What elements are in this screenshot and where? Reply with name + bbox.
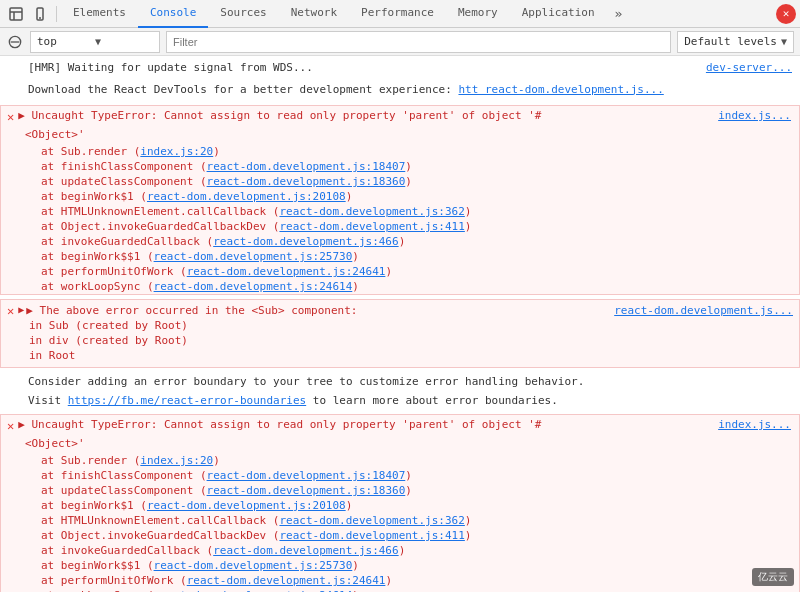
error-2-header: ✕ ▶ Uncaught TypeError: Cannot assign to…: [1, 415, 799, 436]
warn-stack-0: in Sub (created by Root): [7, 318, 793, 333]
stack-2-6-link[interactable]: react-dom.development.js:466: [213, 544, 398, 557]
error-1-icon: ✕: [7, 110, 14, 124]
devtools-line: Download the React DevTools for a better…: [0, 80, 800, 102]
visit-text: Visit https://fb.me/react-error-boundari…: [0, 391, 800, 410]
stack-2-8-link[interactable]: react-dom.development.js:24641: [187, 574, 386, 587]
tab-elements[interactable]: Elements: [61, 0, 138, 28]
close-devtools-button[interactable]: ✕: [776, 4, 796, 24]
stack-2-2-link[interactable]: react-dom.development.js:18360: [207, 484, 406, 497]
stack-1-5: at Object.invokeGuardedCallbackDev (reac…: [1, 219, 799, 234]
hmr-line: dev-server... [HMR] Waiting for update s…: [0, 58, 800, 80]
clear-console-icon[interactable]: [6, 33, 24, 51]
warn-1-source-link[interactable]: react-dom.development.js...: [614, 304, 793, 317]
tab-console[interactable]: Console: [138, 0, 208, 28]
stack-1-4: at HTMLUnknownElement.callCallback (reac…: [1, 204, 799, 219]
warn-stack-2: in Root: [7, 348, 793, 363]
stack-1-0-link[interactable]: index.js:20: [140, 145, 213, 158]
warn-1-icon: ✕: [7, 304, 14, 318]
inspect-icon[interactable]: [6, 4, 26, 24]
stack-1-7-link[interactable]: react-dom.development.js:25730: [154, 250, 353, 263]
watermark: 亿云云: [752, 568, 794, 586]
tab-sources[interactable]: Sources: [208, 0, 278, 28]
levels-arrow-icon: ▼: [781, 36, 787, 47]
warn-1-header: ✕ ▶ ▶ The above error occurred in the <S…: [7, 304, 793, 318]
stack-1-6-link[interactable]: react-dom.development.js:466: [213, 235, 398, 248]
stack-2-0-link[interactable]: index.js:20: [140, 454, 213, 467]
separator: [56, 6, 57, 22]
stack-2-5-link[interactable]: react-dom.development.js:411: [279, 529, 464, 542]
stack-1-8-link[interactable]: react-dom.development.js:24641: [187, 265, 386, 278]
stack-2-3-link[interactable]: react-dom.development.js:20108: [147, 499, 346, 512]
stack-1-2-link[interactable]: react-dom.development.js:18360: [207, 175, 406, 188]
stack-2-7-link[interactable]: react-dom.development.js:25730: [154, 559, 353, 572]
tab-bar: Elements Console Sources Network Perform…: [61, 0, 630, 28]
main-toolbar: Elements Console Sources Network Perform…: [0, 0, 800, 28]
tab-application[interactable]: Application: [510, 0, 607, 28]
console-output: dev-server... [HMR] Waiting for update s…: [0, 56, 800, 592]
stack-2-8: at performUnitOfWork (react-dom.developm…: [1, 573, 799, 588]
consider-text: Consider adding an error boundary to you…: [0, 372, 800, 391]
stack-2-1: at finishClassComponent (react-dom.devel…: [1, 468, 799, 483]
stack-2-3: at beginWork$1 (react-dom.development.js…: [1, 498, 799, 513]
stack-2-7: at beginWork$$1 (react-dom.development.j…: [1, 558, 799, 573]
error-1-header: ✕ ▶ Uncaught TypeError: Cannot assign to…: [1, 106, 799, 127]
tab-network[interactable]: Network: [279, 0, 349, 28]
stack-1-5-link[interactable]: react-dom.development.js:411: [279, 220, 464, 233]
stack-2-1-link[interactable]: react-dom.development.js:18407: [207, 469, 406, 482]
svg-rect-0: [10, 8, 22, 20]
stack-2-0: at Sub.render (index.js:20): [1, 453, 799, 468]
secondary-toolbar: top ▼ Default levels ▼: [0, 28, 800, 56]
stack-2-4-link[interactable]: react-dom.development.js:362: [279, 514, 464, 527]
more-tabs-button[interactable]: »: [607, 2, 631, 25]
stack-1-3-link[interactable]: react-dom.development.js:20108: [147, 190, 346, 203]
error-2-obj: <Object>': [1, 436, 799, 453]
stack-1-3: at beginWork$1 (react-dom.development.js…: [1, 189, 799, 204]
warn-1-tri: ▶: [18, 304, 24, 315]
stack-1-0: at Sub.render (index.js:20): [1, 144, 799, 159]
stack-2-9: at workLoopSync (react-dom.development.j…: [1, 588, 799, 592]
log-levels-selector[interactable]: Default levels ▼: [677, 31, 794, 53]
stack-2-2: at updateClassComponent (react-dom.devel…: [1, 483, 799, 498]
error-1-source-link[interactable]: index.js...: [718, 109, 791, 122]
context-selector[interactable]: top ▼: [30, 31, 160, 53]
error-block-1: ✕ ▶ Uncaught TypeError: Cannot assign to…: [0, 105, 800, 295]
stack-1-9: at workLoopSync (react-dom.development.j…: [1, 279, 799, 294]
error-block-2: ✕ ▶ Uncaught TypeError: Cannot assign to…: [0, 414, 800, 592]
stack-1-9-link[interactable]: react-dom.development.js:24614: [154, 280, 353, 293]
stack-1-4-link[interactable]: react-dom.development.js:362: [279, 205, 464, 218]
filter-input[interactable]: [166, 31, 671, 53]
stack-2-4: at HTMLUnknownElement.callCallback (reac…: [1, 513, 799, 528]
hmr-source-link[interactable]: dev-server...: [706, 60, 792, 77]
error-2-icon: ✕: [7, 419, 14, 433]
stack-1-8: at performUnitOfWork (react-dom.developm…: [1, 264, 799, 279]
stack-1-1-link[interactable]: react-dom.development.js:18407: [207, 160, 406, 173]
warn-stack-1: in div (created by Root): [7, 333, 793, 348]
stack-1-1: at finishClassComponent (react-dom.devel…: [1, 159, 799, 174]
context-arrow-icon: ▼: [95, 36, 153, 47]
warn-block-1: ✕ ▶ ▶ The above error occurred in the <S…: [0, 299, 800, 368]
stack-1-6: at invokeGuardedCallback (react-dom.deve…: [1, 234, 799, 249]
tab-performance[interactable]: Performance: [349, 0, 446, 28]
stack-2-6: at invokeGuardedCallback (react-dom.deve…: [1, 543, 799, 558]
stack-2-5: at Object.invokeGuardedCallbackDev (reac…: [1, 528, 799, 543]
visit-link[interactable]: https://fb.me/react-error-boundaries: [68, 394, 306, 407]
stack-1-2: at updateClassComponent (react-dom.devel…: [1, 174, 799, 189]
mobile-icon[interactable]: [30, 4, 50, 24]
stack-1-7: at beginWork$$1 (react-dom.development.j…: [1, 249, 799, 264]
devtools-link[interactable]: htt react-dom.development.js...: [458, 83, 663, 96]
error-1-obj: <Object>': [1, 127, 799, 144]
tab-memory[interactable]: Memory: [446, 0, 510, 28]
error-2-source-link[interactable]: index.js...: [718, 418, 791, 431]
